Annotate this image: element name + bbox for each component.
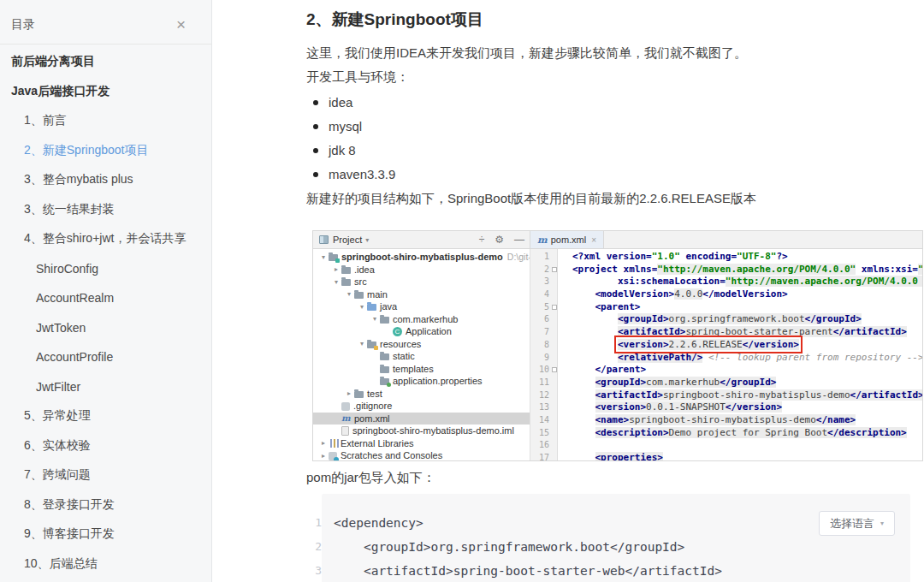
code-line: <version>0.0.1-SNAPSHOT</version> — [572, 401, 922, 414]
line-number: 15 — [530, 427, 557, 440]
toc-item[interactable]: AccountProfile — [0, 342, 211, 372]
tree-item-label: springboot-shiro-mybatisplus-demo.iml — [352, 425, 514, 436]
tree-row: mpom.xml — [313, 413, 530, 425]
toc-item[interactable]: 8、登录接口开发 — [0, 490, 211, 520]
pom-paragraph: pom的jar包导入如下： — [306, 466, 924, 489]
code-line: </parent> — [572, 364, 922, 377]
chevron-right-icon: ▸ — [331, 265, 341, 273]
toc-item[interactable]: AccountRealm — [0, 283, 211, 313]
tree-row: ▸Scratches and Consoles — [313, 449, 530, 461]
code-block-line-numbers: 1234 — [306, 494, 322, 582]
project-tree: ▾springboot-shiro-mybatisplus-demoD:\git… — [313, 249, 530, 461]
article-main: 2、新建Springboot项目 这里，我们使用IDEA来开发我们项目，新建步骤… — [306, 0, 924, 582]
select-language-label: 选择语言 — [830, 516, 874, 532]
toc-item[interactable]: 2、新建Springboot项目 — [0, 136, 211, 166]
ide-body: ▾springboot-shiro-mybatisplus-demoD:\git… — [313, 249, 922, 461]
editor-tab-bar: m pom.xml × — [530, 231, 922, 248]
tree-item-path: D:\git-bilibili\springb — [507, 252, 530, 262]
folder-src-icon — [367, 304, 376, 311]
tree-row: ▾resources — [313, 338, 530, 351]
tree-item-label: static — [393, 351, 415, 361]
line-number: 10 — [530, 364, 557, 377]
tree-row: ▾springboot-shiro-mybatisplus-demoD:\git… — [313, 251, 530, 264]
editor-tab-pom: m pom.xml × — [530, 231, 604, 248]
bullet-item: maven3.3.9 — [306, 163, 924, 187]
toc-item[interactable]: 5、异常处理 — [0, 401, 211, 431]
chevron-right-icon: ▸ — [344, 389, 354, 397]
git-icon — [341, 402, 350, 411]
libraries-icon — [330, 439, 332, 448]
code-line-number: 3 — [306, 559, 322, 582]
tree-row: .gitignore — [313, 400, 530, 413]
maven-icon: m — [341, 413, 351, 423]
ide-toolbar: Project ▾ ÷ ⚙ — m pom.xml × — [313, 231, 922, 249]
structure-paragraph: 新建好的项目结构如下，SpringBoot版本使用的目前最新的2.2.6.REL… — [306, 187, 924, 211]
editor-code-area: <?xml version="1.0" encoding="UTF-8"?><p… — [558, 249, 922, 461]
tree-row: ▾main — [313, 288, 530, 301]
line-number: 7 — [530, 326, 557, 339]
chevron-down-icon: ▾ — [344, 290, 354, 298]
toc-item[interactable]: 前后端分离项目 — [0, 47, 211, 77]
hide-panel-icon: — — [514, 235, 524, 245]
tree-row: ▾java — [313, 300, 530, 313]
toc-item[interactable]: 4、整合shiro+jwt，并会话共享 — [0, 224, 211, 254]
section-heading: 2、新建Springboot项目 — [306, 10, 924, 29]
tree-row: application.properties — [313, 375, 530, 388]
code-line: <artifactId>spring-boot-starter-web</art… — [334, 559, 910, 582]
select-language-button[interactable]: 选择语言 ▾ — [819, 511, 895, 536]
tree-row: ▸External Libraries — [313, 437, 530, 450]
line-number: 17 — [530, 452, 557, 461]
line-number: 6 — [530, 313, 557, 326]
tree-row: ▸.idea — [313, 264, 530, 276]
tree-item-label: src — [354, 276, 367, 287]
intro-line-1: 这里，我们使用IDEA来开发我们项目，新建步骤比较简单，我们就不截图了。 — [306, 45, 747, 60]
chevron-right-icon: ▸ — [318, 439, 329, 447]
toc-item[interactable]: 3、整合mybatis plus — [0, 165, 211, 195]
class-icon: C — [393, 327, 402, 336]
project-panel-header: Project ▾ ÷ ⚙ — — [313, 231, 530, 248]
code-line-number: 2 — [306, 535, 322, 559]
folder-icon — [380, 353, 389, 360]
project-panel-label: Project — [333, 235, 362, 245]
code-line: <version>2.2.6.RELEASE</version> — [572, 339, 922, 352]
folder-icon — [341, 267, 351, 274]
toc-item[interactable]: 6、实体校验 — [0, 431, 211, 461]
toc-item[interactable]: Java后端接口开发 — [0, 77, 211, 107]
code-line: <groupId>org.springframework.boot</group… — [334, 535, 910, 559]
project-panel-icon — [319, 235, 329, 244]
line-number: 16 — [530, 439, 557, 452]
toc-item[interactable]: 3、统一结果封装 — [0, 195, 211, 225]
line-number: 13 — [530, 401, 557, 414]
chevron-right-icon: ▸ — [318, 452, 329, 460]
toc-item[interactable]: JwtToken — [0, 313, 211, 343]
toc-item[interactable]: ShiroConfig — [0, 254, 211, 284]
line-number: 4 — [530, 288, 557, 301]
gear-icon: ⚙ — [495, 235, 504, 245]
iml-icon — [341, 426, 349, 436]
code-line: <?xml version="1.0" encoding="UTF-8"?> — [572, 251, 922, 264]
toc-item[interactable]: 7、跨域问题 — [0, 460, 211, 490]
highlight-red-box: <version>2.2.6.RELEASE</version> — [618, 339, 799, 350]
line-number: 12 — [530, 389, 557, 402]
tree-row: CApplication — [313, 325, 530, 338]
code-line: <name>springboot-shiro-mybatisplus-demo<… — [572, 414, 922, 427]
code-line: xsi:schemaLocation="http://maven.apache.… — [572, 276, 922, 288]
toc-item[interactable]: 9、博客接口开发 — [0, 520, 211, 549]
folder-root-icon — [329, 254, 338, 261]
code-line: <groupId>org.springframework.boot</group… — [572, 313, 922, 326]
properties-icon — [380, 378, 389, 385]
tree-item-label: application.properties — [393, 376, 483, 386]
code-line: <artifactId>spring-boot-starter-parent</… — [572, 326, 922, 339]
chevron-down-icon: ▾ — [365, 236, 369, 244]
idea-screenshot: Project ▾ ÷ ⚙ — m pom.xml × ▾springboot-… — [312, 230, 923, 461]
toc-item[interactable]: 1、前言 — [0, 106, 211, 136]
toc-list: 前后端分离项目Java后端接口开发1、前言2、新建Springboot项目3、整… — [0, 45, 211, 579]
code-line: <description>Demo project for Spring Boo… — [572, 427, 922, 440]
tree-item-label: pom.xml — [354, 413, 390, 424]
close-icon[interactable]: × — [176, 19, 186, 31]
toc-item[interactable]: 10、后端总结 — [0, 549, 211, 579]
tree-item-label: springboot-shiro-mybatisplus-demo — [341, 252, 503, 262]
maven-icon: m — [537, 235, 548, 246]
toc-item[interactable]: JwtFilter — [0, 372, 211, 402]
chevron-down-icon: ▾ — [357, 303, 367, 311]
